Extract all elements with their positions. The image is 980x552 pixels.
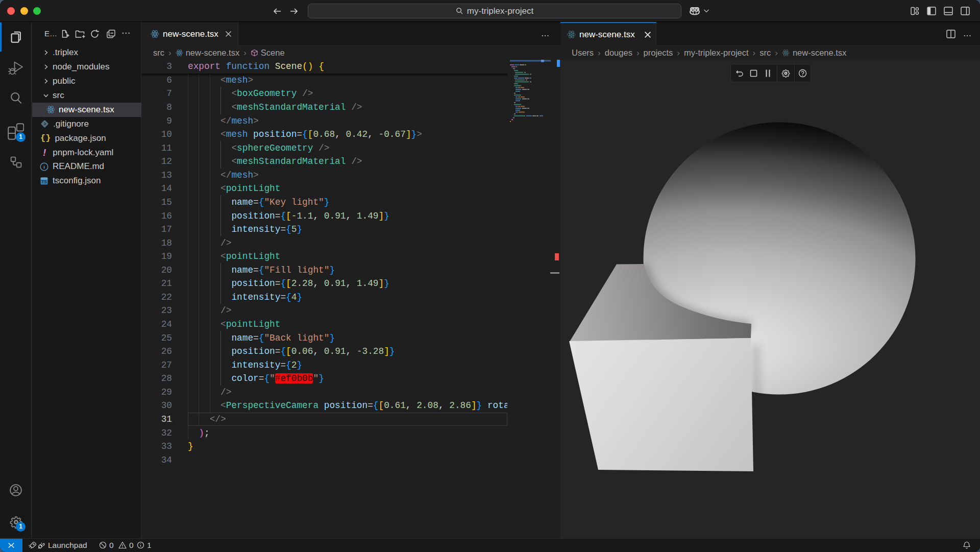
svg-text:TS: TS: [41, 179, 47, 184]
